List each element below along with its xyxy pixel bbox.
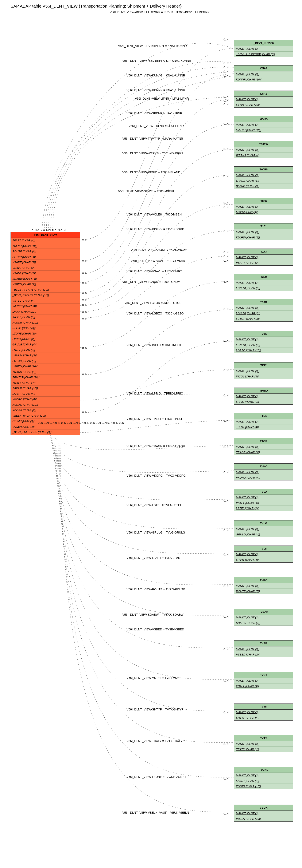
cardinality-label: 0..N — [223, 62, 229, 65]
edge-label: V56I_DLNT_VIEW-SDABW = TVSAK-SDABW — [122, 613, 184, 616]
main-table-row: _BEV1_LULDEGRP [CHAR (3)] — [11, 430, 80, 435]
right-table-row: MANDT [CLNT (3)] — [234, 419, 293, 425]
cardinality-label: 0..N — [223, 742, 229, 746]
right-table-t151: T151MANDT [CLNT (3)]KDGRP [CHAR (2)] — [234, 223, 293, 240]
right-table-row: MANDT [CLNT (3)] — [234, 526, 293, 532]
right-table-row: MANDT [CLNT (3)] — [234, 394, 293, 399]
edge-label: V56I_DLNT_VIEW-TRATY = TVTY-TRATY — [127, 739, 183, 743]
cardinality-label: 0..N — [223, 471, 229, 474]
right-table-row: MANDT [CLNT (3)] — [234, 646, 293, 652]
edge-label: V56I_DLNT_VIEW-VOLEH = T006-MSEHI — [127, 213, 183, 216]
cardinality-label: 0..N — [82, 298, 87, 301]
right-table-row: MANDT [CLNT (3)] — [234, 173, 293, 178]
edge-label: V56I_DLNT_VIEW-LSTEL = TVLA-LSTEL — [127, 503, 182, 507]
right-table-row: TPLST [CHAR (4)] — [234, 425, 293, 430]
main-table-row: GRULG [CHAR (4)] — [11, 342, 80, 347]
main-table-row: VSAVL [CHAR (2)] — [11, 265, 80, 271]
edge-label: V56I_DLNT_VIEW-VKORG = TVKO-VKORG — [127, 474, 186, 477]
right-table-header: LFA1 — [234, 91, 293, 97]
right-table-row: LGNUM [CHAR (3)] — [234, 342, 293, 348]
main-table-row: TRATY [CHAR (4)] — [11, 380, 80, 386]
cardinality-label: 0..N — [223, 499, 229, 502]
cardinality-label: 0..N — [223, 66, 229, 69]
right-table-tvlg: TVLGMANDT [CLNT (3)]GRULG [CHAR (4)] — [234, 520, 293, 537]
right-table-row: MANDT [CLNT (3)] — [234, 122, 293, 127]
main-table-row: ROUTE [CHAR (6)] — [11, 249, 80, 254]
right-table-row: MANDT [CLNT (3)] — [234, 204, 293, 210]
cardinality-label: 0..N — [223, 419, 229, 422]
main-table-row: _BEV1_RPFAR2 [CHAR (10)] — [11, 292, 80, 298]
right-table-row: MANDT [CLNT (3)] — [234, 811, 293, 816]
cardinality-label: 0..N — [223, 585, 229, 588]
right-table-row: MANDT [CLNT (3)] — [234, 255, 293, 260]
cardinality-label: 0..N — [223, 553, 229, 556]
main-table-row: LFART [CHAR (4)] — [11, 391, 80, 397]
right-table-header: T001W — [234, 141, 293, 147]
main-table-row: TRAGR [CHAR (4)] — [11, 369, 80, 375]
main-table-row: LGBZO [CHAR (10)] — [11, 364, 80, 369]
right-table-row: MANDT [CLNT (3)] — [234, 229, 293, 235]
right-table-row: MANDT [CLNT (3)] — [234, 444, 293, 450]
right-table-row: VSTEL [CHAR (4)] — [234, 500, 293, 506]
right-table-header: TVLK — [234, 546, 293, 552]
edge-label: V56I_DLNT_VIEW-TRAGR = TTGR-TRAGR — [127, 444, 185, 448]
right-table-header: TVTK — [234, 704, 293, 710]
cardinality-label: 0..N — [82, 272, 87, 275]
main-table-row: VSANL [CHAR (2)] — [11, 271, 80, 276]
cardinality-label: 0..N — [82, 311, 87, 314]
main-table-row: TPLST [CHAR (4)] — [11, 238, 80, 243]
main-table-row: KUNNR [CHAR (10)] — [11, 320, 80, 326]
edge-label: V56I_DLNT_VIEW-GEWEI = T006-MSEHI — [118, 190, 174, 193]
right-table-tvko: TVKOMANDT [CLNT (3)]VKORG [CHAR (4)] — [234, 463, 293, 480]
right-table-row: MSEHI [UNIT (3)] — [234, 210, 293, 215]
edge-label: V56I_DLNT_VIEW-REGIO = T005S-BLAND — [122, 170, 180, 174]
cardinality-label: 0..N — [223, 812, 229, 815]
edge-label: V56I_DLNT_VIEW-LPRIO = TPRIO-LPRIO — [127, 392, 183, 395]
right-table-tprio: TPRIOMANDT [CLNT (3)]LPRIO [NUMC (2)] — [234, 388, 293, 405]
right-table-row: MANDT [CLNT (3)] — [234, 469, 293, 475]
main-table-row: WERKS [CHAR (4)] — [11, 304, 80, 309]
right-table-row: TRATY [CHAR (4)] — [234, 747, 293, 752]
right-table-row: WERKS [CHAR (4)] — [234, 153, 293, 158]
right-table-header: T30B — [234, 299, 293, 305]
main-table-row: VSTEL [CHAR (4)] — [11, 298, 80, 304]
edge-label: V56I_DLNT_VIEW-SHTYP = TVTK-SHTYP — [127, 708, 184, 711]
right-table-row: GRULG [CHAR (4)] — [234, 532, 293, 537]
cardinality-label: 0..N — [82, 303, 87, 307]
edge-label: V56I_DLNT_VIEW-TPLST = TTDS-TPLST — [127, 417, 183, 421]
cardinality-label: 0..N — [223, 339, 229, 342]
right-table-row: _BEV1_LULDEGRP [CHAR (3)] — [234, 52, 293, 57]
cardinality-label: 0..N — [82, 292, 87, 295]
main-table-row: VSBED [CHAR (2)] — [11, 282, 80, 287]
right-table-t173: T173MANDT [CLNT (3)]VSART [CHAR (2)] — [234, 249, 293, 266]
cardinality-label: 0..N — [82, 238, 87, 241]
main-table: V56I_DLNT_VIEW TPLST [CHAR (4)]TDLNR [CH… — [10, 232, 80, 435]
main-table-row: INCO1 [CHAR (3)] — [11, 314, 80, 320]
right-table-row: BLAND [CHAR (3)] — [234, 183, 293, 189]
right-table-row: MANDT [CLNT (3)] — [234, 615, 293, 620]
cardinality-label: 0..N — [223, 103, 229, 106]
main-table-row: LGNUM [CHAR (3)] — [11, 353, 80, 358]
cardinality-label: 0..N — [82, 317, 87, 320]
diagram-page: SAP ABAP table V56I_DLNT_VIEW {Transport… — [0, 0, 302, 868]
cardinality-label: 0..N — [223, 255, 229, 258]
right-table-tinc: TINCMANDT [CLNT (3)]INCO1 [CHAR (3)] — [234, 362, 293, 379]
cardinality-label: 0..N — [223, 229, 229, 233]
cardinality-label: 0..N — [223, 445, 229, 448]
right-table-header: TTDS — [234, 413, 293, 419]
right-table-header: TTGR — [234, 438, 293, 444]
right-table-_bev1_lut906: _BEV1_LUT906MANDT [CLNT (3)]_BEV1_LULDEG… — [234, 40, 293, 57]
cardinality-label: 0..N — [223, 122, 229, 125]
right-table-tvst: TVSTMANDT [CLNT (3)]VSTEL [CHAR (4)] — [234, 672, 293, 689]
right-table-row: VBELN [CHAR (10)] — [234, 816, 293, 822]
edge-label: V56I_DLNT_VIEW-VSANL = T173-VSART — [131, 249, 187, 252]
cardinality-label: 0..N — [223, 70, 229, 73]
edge-label: V56I_DLNT_VIEW-SPDNR = LFA1-LIFNR — [127, 112, 182, 115]
right-table-header: KNA1 — [234, 65, 293, 71]
right-table-t001w: T001WMANDT [CLNT (3)]WERKS [CHAR (4)] — [234, 141, 293, 158]
right-table-ttgr: TTGRMANDT [CLNT (3)]TRAGR [CHAR (4)] — [234, 438, 293, 455]
edge-label: V56I_DLNT_VIEW-WERKS = T001W-WERKS — [122, 152, 183, 155]
right-table-ttds: TTDSMANDT [CLNT (3)]TPLST [CHAR (4)] — [234, 413, 293, 430]
right-table-tvtk: TVTKMANDT [CLNT (3)]SHTYP [CHAR (4)] — [234, 704, 293, 720]
right-table-t300: T300MANDT [CLNT (3)]LGNUM [CHAR (3)] — [234, 274, 293, 291]
